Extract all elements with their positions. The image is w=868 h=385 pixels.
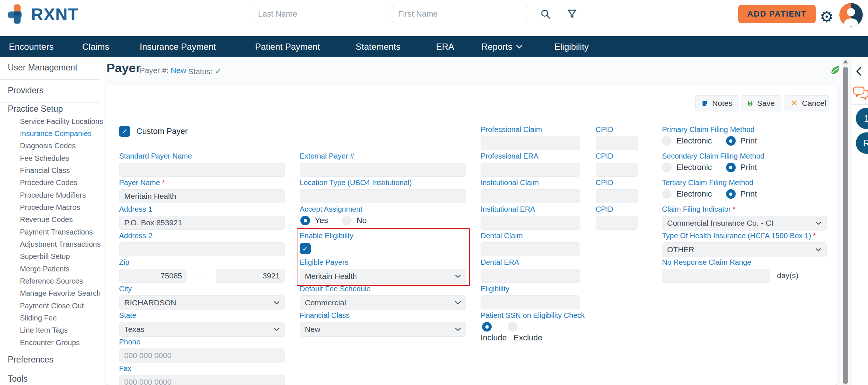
accept-assignment-options: Yes No <box>300 216 381 225</box>
patient-ssn-field: Patient SSN on Eligibility Check <box>481 311 602 320</box>
eligible-payers-select[interactable]: Meritain Health <box>300 269 466 284</box>
cancel-button[interactable]: ✕ Cancel <box>784 95 829 111</box>
professional-era-cpid-input[interactable] <box>596 163 638 177</box>
sidebar-item-sliding-fee[interactable]: Sliding Fee <box>20 314 57 322</box>
primary-electronic-radio[interactable] <box>662 136 672 146</box>
enable-eligibility-checkbox[interactable]: ✓ <box>300 243 311 254</box>
leaf-icon[interactable] <box>829 64 841 78</box>
gear-icon[interactable]: ⚙ <box>820 5 834 29</box>
financial-class-select[interactable]: New <box>300 322 466 337</box>
secondary-print-radio[interactable] <box>726 163 736 172</box>
search-icon[interactable] <box>540 9 551 21</box>
save-button[interactable]: Save <box>741 95 781 111</box>
scrollbar-up-arrow[interactable] <box>843 60 848 63</box>
external-payer-input[interactable] <box>300 163 466 177</box>
payer-number-link[interactable]: New <box>171 66 186 74</box>
collapse-panel-icon[interactable] <box>855 66 862 78</box>
nav-era[interactable]: ERA <box>436 36 454 57</box>
fax-input[interactable] <box>119 375 285 385</box>
dental-era-label: Dental ERA <box>481 258 580 267</box>
sidebar-item-fee-schedules[interactable]: Fee Schedules <box>20 154 69 163</box>
notes-button[interactable]: Notes <box>695 95 739 111</box>
claim-filing-indicator-select[interactable]: Commercial Insurance Co. - CI <box>662 216 827 230</box>
address-1-input[interactable] <box>119 216 285 230</box>
sidebar-item-preferences[interactable]: Preferences <box>8 355 53 365</box>
sidebar-item-service-facility-locations[interactable]: Service Facility Locations <box>20 117 103 126</box>
dental-era-input[interactable] <box>481 269 580 283</box>
institutional-claim-cpid-input[interactable] <box>596 189 638 203</box>
zip5-input[interactable] <box>119 269 187 283</box>
professional-era-input[interactable] <box>481 163 580 177</box>
city-select[interactable]: RICHARDSON <box>119 295 285 310</box>
primary-print-radio[interactable] <box>726 136 736 146</box>
professional-claim-input[interactable] <box>481 136 580 150</box>
sidebar-item-tools[interactable]: Tools <box>8 374 28 384</box>
nav-statements[interactable]: Statements <box>356 36 400 57</box>
accept-assignment-yes-radio[interactable] <box>300 216 310 225</box>
sidebar-item-manage-favorite-search[interactable]: Manage Favorite Search <box>20 289 101 298</box>
rxnt-logo[interactable]: RXNT <box>8 4 79 24</box>
scrollbar-thumb[interactable] <box>843 67 848 384</box>
dental-claim-input[interactable] <box>481 242 580 256</box>
sidebar-item-diagnosis-codes[interactable]: Diagnosis Codes <box>20 142 76 150</box>
sidebar-item-payment-close-out[interactable]: Payment Close Out <box>20 302 84 310</box>
payer-name-input[interactable] <box>119 189 285 203</box>
institutional-era-cpid-input[interactable] <box>596 216 638 230</box>
notification-badge-r[interactable]: R <box>856 132 868 154</box>
state-select[interactable]: Texas <box>119 322 285 337</box>
phone-input[interactable] <box>119 348 285 363</box>
nav-encounters[interactable]: Encounters <box>9 36 53 57</box>
avatar[interactable] <box>839 3 863 27</box>
sidebar-item-line-item-tags[interactable]: Line Item Tags <box>20 326 68 334</box>
custom-payer-checkbox[interactable]: ✓ <box>119 126 130 137</box>
institutional-claim-input[interactable] <box>481 189 580 203</box>
nav-eligibility[interactable]: Eligibility <box>554 36 589 57</box>
nav-reports[interactable]: Reports <box>481 36 523 57</box>
standard-payer-name-input[interactable] <box>119 163 285 177</box>
type-of-health-insurance-select[interactable]: OTHER <box>662 242 827 257</box>
location-type-input[interactable] <box>300 189 466 203</box>
accept-assignment-no-radio[interactable] <box>342 216 352 225</box>
secondary-electronic-radio[interactable] <box>662 163 672 172</box>
default-fee-schedule-select[interactable]: Commercial <box>300 295 466 310</box>
sidebar-item-providers[interactable]: Providers <box>8 86 43 96</box>
professional-claim-cpid-input[interactable] <box>596 136 638 150</box>
nav-claims[interactable]: Claims <box>82 36 109 57</box>
notification-badge-1[interactable]: 1 <box>856 108 868 129</box>
sidebar-item-payment-transactions[interactable]: Payment Transactions <box>20 228 93 236</box>
sidebar-item-procedure-modifiers[interactable]: Procedure Modifiers <box>20 191 86 200</box>
institutional-claim-cpid-field: CPID <box>596 178 638 203</box>
chat-icon[interactable] <box>853 86 868 102</box>
sidebar-section-practice-setup[interactable]: Practice Setup <box>8 104 63 114</box>
sidebar-item-procedure-macros[interactable]: Procedure Macros <box>20 203 80 212</box>
sidebar-item-merge-patients[interactable]: Merge Patients <box>20 265 70 273</box>
institutional-era-input[interactable] <box>481 216 580 230</box>
eligibility-input[interactable] <box>481 295 580 309</box>
zip4-input[interactable] <box>216 269 285 283</box>
sidebar-item-encounter-groups[interactable]: Encounter Groups <box>20 339 80 347</box>
first-name-input[interactable] <box>392 5 528 23</box>
sidebar-item-adjustment-transactions[interactable]: Adjustment Transactions <box>20 240 101 249</box>
sidebar-item-insurance-companies[interactable]: Insurance Companies <box>20 129 92 138</box>
sidebar-item-user-management[interactable]: User Management <box>8 63 77 73</box>
nav-insurance-payment[interactable]: Insurance Payment <box>140 36 216 57</box>
payer-number-label: Payer #: <box>140 66 168 74</box>
sidebar-item-financial-class[interactable]: Financial Class <box>20 166 70 175</box>
custom-payer-row: ✓ Custom Payer <box>119 126 188 137</box>
address-2-input[interactable] <box>119 242 285 256</box>
add-patient-button[interactable]: ADD PATIENT <box>738 5 816 23</box>
financial-class-value: New <box>305 325 320 334</box>
sidebar-item-procedure-codes[interactable]: Procedure Codes <box>20 178 77 187</box>
patient-ssn-include-radio[interactable] <box>482 322 492 332</box>
sidebar-item-revenue-codes[interactable]: Revenue Codes <box>20 215 73 224</box>
patient-ssn-exclude-radio[interactable] <box>508 322 517 332</box>
last-name-input[interactable] <box>252 5 387 23</box>
zip4-field <box>216 267 285 283</box>
no-response-claim-range-input[interactable] <box>662 269 770 283</box>
nav-patient-payment[interactable]: Patient Payment <box>255 36 320 57</box>
tertiary-print-radio[interactable] <box>726 189 736 199</box>
filter-icon[interactable] <box>567 9 577 21</box>
sidebar-item-superbill-setup[interactable]: Superbill Setup <box>20 252 70 261</box>
sidebar-item-reference-sources[interactable]: Reference Sources <box>20 277 83 285</box>
tertiary-electronic-radio[interactable] <box>662 189 672 199</box>
